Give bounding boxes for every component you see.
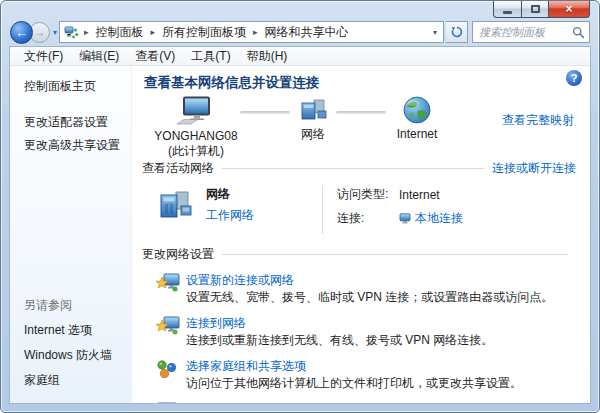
map-connector-line bbox=[336, 111, 386, 114]
maximize-button[interactable] bbox=[521, 1, 548, 18]
back-button[interactable]: ← bbox=[10, 21, 33, 44]
recent-pages-dropdown[interactable]: ▾ bbox=[53, 28, 57, 37]
sidebar-item-internet-options[interactable]: Internet 选项 bbox=[24, 322, 112, 339]
menu-help[interactable]: 帮助(H) bbox=[239, 46, 296, 67]
search-input[interactable] bbox=[479, 26, 572, 38]
address-dropdown-icon[interactable]: ▾ bbox=[429, 28, 441, 37]
troubleshoot-icon bbox=[156, 402, 178, 403]
homegroup-icon bbox=[156, 359, 178, 379]
internet-globe-icon bbox=[403, 96, 431, 124]
network-icon bbox=[298, 96, 328, 124]
see-also-section: 另请参阅 Internet 选项 Windows 防火墙 家庭组 bbox=[24, 297, 112, 397]
new-connection-wizard-icon bbox=[156, 273, 180, 292]
connections-label: 连接: bbox=[337, 210, 399, 227]
close-icon: × bbox=[565, 3, 572, 15]
crumb-separator-icon: ▸ bbox=[146, 27, 161, 37]
active-network-card: 网络 工作网络 访问类型: Internet 连接: bbox=[142, 177, 576, 240]
breadcrumb-all-items[interactable]: 所有控制面板项 bbox=[160, 23, 248, 42]
minimize-icon bbox=[503, 11, 512, 14]
menu-bar: 文件(F) 编辑(E) 查看(V) 工具(T) 帮助(H) bbox=[10, 47, 590, 66]
page-title: 查看基本网络信息并设置连接 bbox=[144, 74, 576, 92]
search-icon[interactable] bbox=[572, 26, 585, 39]
breadcrumb-control-panel[interactable]: 控制面板 bbox=[94, 23, 146, 42]
main-content: ? 查看基本网络信息并设置连接 YONGHANG08 ( bbox=[132, 66, 590, 403]
see-also-header: 另请参阅 bbox=[24, 297, 112, 314]
forward-arrow-icon: → bbox=[34, 25, 46, 39]
sidebar-item-homegroup[interactable]: 家庭组 bbox=[24, 372, 112, 389]
menu-tools[interactable]: 工具(T) bbox=[183, 46, 238, 67]
connect-to-network-icon bbox=[156, 316, 180, 335]
connect-to-network-desc: 连接到或重新连接到无线、有线、拨号或 VPN 网络连接。 bbox=[186, 332, 493, 349]
active-networks-title: 查看活动网络 bbox=[142, 160, 214, 177]
homegroup-sharing-options-desc: 访问位于其他网络计算机上的文件和打印机，或更改共享设置。 bbox=[186, 375, 522, 392]
menu-edit[interactable]: 编辑(E) bbox=[71, 46, 127, 67]
troubleshoot-problems-link[interactable]: 疑难解答 bbox=[186, 402, 234, 403]
sidebar: 控制面板主页 更改适配器设置 更改高级共享设置 另请参阅 Internet 选项… bbox=[10, 66, 132, 403]
window-client-area: 文件(F) 编辑(E) 查看(V) 工具(T) 帮助(H) 控制面板主页 更改适… bbox=[9, 46, 591, 404]
setup-new-connection-link[interactable]: 设置新的连接或网络 bbox=[186, 273, 294, 287]
setup-new-connection-desc: 设置无线、宽带、拨号、临时或 VPN 连接；或设置路由器或访问点。 bbox=[186, 289, 553, 306]
active-network-info: 网络 工作网络 bbox=[206, 186, 322, 234]
active-network-details: 访问类型: Internet 连接: 本地连接 bbox=[322, 186, 576, 234]
sidebar-item-change-adapter-settings[interactable]: 更改适配器设置 bbox=[10, 111, 131, 134]
setting-item-troubleshoot[interactable]: 疑难解答 诊断并修复网络问题，或获得故障排除信息。 bbox=[156, 401, 576, 403]
sidebar-item-control-panel-home[interactable]: 控制面板主页 bbox=[10, 66, 131, 95]
breadcrumb-network-sharing-center[interactable]: 网络和共享中心 bbox=[263, 23, 351, 42]
refresh-icon bbox=[451, 26, 463, 38]
refresh-button[interactable] bbox=[446, 21, 468, 43]
access-type-value: Internet bbox=[399, 188, 440, 202]
change-network-settings-header: 更改网络设置 bbox=[142, 246, 576, 263]
access-type-label: 访问类型: bbox=[337, 186, 399, 203]
network-sharing-center-window: × ← → ▾ ▸ 控制面板 ▸ 所有控制面板项 ▸ 网络和共享中心 ▾ bbox=[0, 0, 600, 413]
crumb-separator-icon: ▸ bbox=[79, 27, 94, 37]
map-network-label: 网络 bbox=[301, 127, 325, 142]
help-button[interactable]: ? bbox=[566, 70, 582, 86]
back-arrow-icon: ← bbox=[15, 25, 28, 40]
network-map: YONGHANG08 (此计算机) 网络 bbox=[152, 96, 576, 154]
divider bbox=[222, 254, 568, 255]
network-type-link[interactable]: 工作网络 bbox=[206, 208, 254, 222]
map-internet-label: Internet bbox=[397, 127, 438, 142]
active-networks-header: 查看活动网络 连接或断开连接 bbox=[142, 160, 576, 177]
local-connection-icon bbox=[399, 213, 411, 224]
close-button[interactable]: × bbox=[548, 1, 590, 18]
map-node-computer[interactable]: YONGHANG08 (此计算机) bbox=[152, 96, 240, 159]
connect-disconnect-link[interactable]: 连接或断开连接 bbox=[492, 160, 576, 177]
setting-item-homegroup-sharing[interactable]: 选择家庭组和共享选项 访问位于其他网络计算机上的文件和打印机，或更改共享设置。 bbox=[156, 358, 576, 392]
address-bar: ← → ▾ ▸ 控制面板 ▸ 所有控制面板项 ▸ 网络和共享中心 ▾ bbox=[10, 20, 590, 44]
map-computer-label: YONGHANG08 (此计算机) bbox=[154, 129, 237, 159]
menu-file[interactable]: 文件(F) bbox=[16, 46, 71, 67]
local-area-connection-link[interactable]: 本地连接 bbox=[415, 210, 463, 227]
help-icon: ? bbox=[571, 72, 578, 84]
breadcrumb[interactable]: ▸ 控制面板 ▸ 所有控制面板项 ▸ 网络和共享中心 ▾ bbox=[59, 21, 444, 43]
map-connector-line bbox=[240, 111, 290, 114]
active-network-icon[interactable] bbox=[156, 186, 194, 224]
see-full-map-link[interactable]: 查看完整映射 bbox=[502, 112, 574, 129]
caption-buttons: × bbox=[493, 1, 590, 18]
active-network-name: 网络 bbox=[206, 186, 322, 203]
setting-item-new-connection[interactable]: 设置新的连接或网络 设置无线、宽带、拨号、临时或 VPN 连接；或设置路由器或访… bbox=[156, 272, 576, 306]
map-node-network[interactable]: 网络 bbox=[290, 96, 336, 142]
computer-icon bbox=[176, 96, 216, 126]
maximize-icon bbox=[531, 5, 540, 13]
sidebar-item-change-advanced-sharing[interactable]: 更改高级共享设置 bbox=[10, 134, 131, 157]
menu-view[interactable]: 查看(V) bbox=[127, 46, 183, 67]
divider bbox=[222, 168, 484, 169]
connect-to-network-link[interactable]: 连接到网络 bbox=[186, 316, 246, 330]
change-network-settings-title: 更改网络设置 bbox=[142, 246, 214, 263]
map-node-internet[interactable]: Internet bbox=[386, 96, 448, 142]
crumb-separator-icon: ▸ bbox=[248, 27, 263, 37]
setting-item-connect-network[interactable]: 连接到网络 连接到或重新连接到无线、有线、拨号或 VPN 网络连接。 bbox=[156, 315, 576, 349]
minimize-button[interactable] bbox=[493, 1, 521, 18]
homegroup-sharing-options-link[interactable]: 选择家庭组和共享选项 bbox=[186, 359, 306, 373]
search-box bbox=[472, 21, 590, 43]
network-location-icon bbox=[64, 26, 79, 39]
sidebar-item-windows-firewall[interactable]: Windows 防火墙 bbox=[24, 347, 112, 364]
